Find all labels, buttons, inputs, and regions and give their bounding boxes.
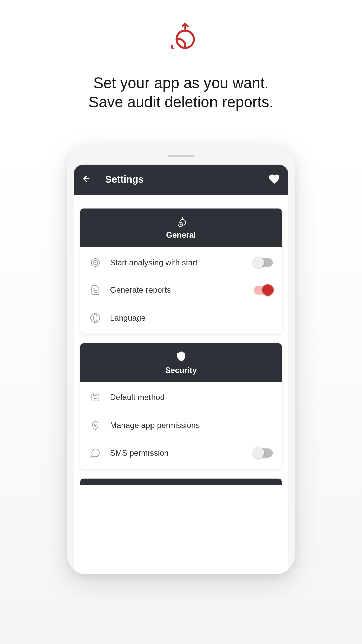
phone-screen: Settings General: [74, 165, 288, 574]
security-header: Security: [80, 343, 282, 382]
row-analyse[interactable]: Start analysing with start: [80, 249, 282, 276]
default-method-label: Default method: [110, 393, 273, 402]
analyse-toggle[interactable]: [254, 258, 273, 267]
brand-logo: [164, 22, 198, 51]
page-title: Settings: [105, 174, 255, 186]
document-icon: [89, 284, 101, 296]
headline-line-1: Set your app as you want.: [88, 73, 274, 93]
language-label: Language: [110, 313, 273, 323]
security-title: Security: [165, 366, 197, 375]
target-icon: [89, 257, 101, 268]
next-section-peek: [80, 479, 282, 485]
permissions-label: Manage app permissions: [110, 421, 273, 430]
settings-content: General Start analysing with start: [74, 195, 288, 574]
reports-label: Generate reports: [110, 285, 245, 295]
headline: Set your app as you want. Save audit del…: [75, 73, 287, 111]
svg-point-14: [94, 424, 96, 426]
phone-speaker: [168, 155, 194, 157]
shield-icon: [175, 350, 187, 362]
marketing-page: Set your app as you want. Save audit del…: [0, 0, 362, 644]
analyse-label: Start analysing with start: [110, 258, 245, 267]
back-button[interactable]: [82, 174, 92, 186]
brand-logo-icon: [175, 215, 187, 227]
sms-label: SMS permission: [110, 448, 245, 458]
security-section: Security Default method: [80, 343, 282, 469]
app-header: Settings: [74, 165, 288, 195]
general-title: General: [166, 231, 196, 240]
row-default-method[interactable]: Default method: [80, 384, 282, 412]
heart-icon: [268, 173, 280, 185]
general-section: General Start analysing with start: [80, 208, 282, 333]
svg-point-4: [95, 262, 96, 263]
row-sms[interactable]: SMS permission: [80, 439, 282, 467]
favorite-button[interactable]: [268, 173, 280, 186]
security-rows: Default method Manage app permissions: [80, 382, 282, 469]
row-language[interactable]: Language: [80, 304, 282, 332]
chat-icon: [89, 447, 101, 459]
svg-rect-11: [94, 393, 97, 396]
row-permissions[interactable]: Manage app permissions: [80, 412, 282, 439]
general-header: General: [80, 208, 282, 247]
arrow-left-icon: [82, 174, 92, 184]
globe-icon: [89, 312, 101, 324]
phone-mockup: Settings General: [67, 145, 295, 574]
method-icon: [89, 392, 101, 404]
general-rows: Start analysing with start Generate repo…: [80, 247, 282, 334]
headline-line-2: Save audit deletion reports.: [88, 92, 274, 111]
reports-toggle[interactable]: [254, 286, 273, 295]
row-reports[interactable]: Generate reports: [80, 276, 282, 304]
sms-toggle[interactable]: [254, 448, 273, 458]
permissions-icon: [89, 420, 101, 431]
